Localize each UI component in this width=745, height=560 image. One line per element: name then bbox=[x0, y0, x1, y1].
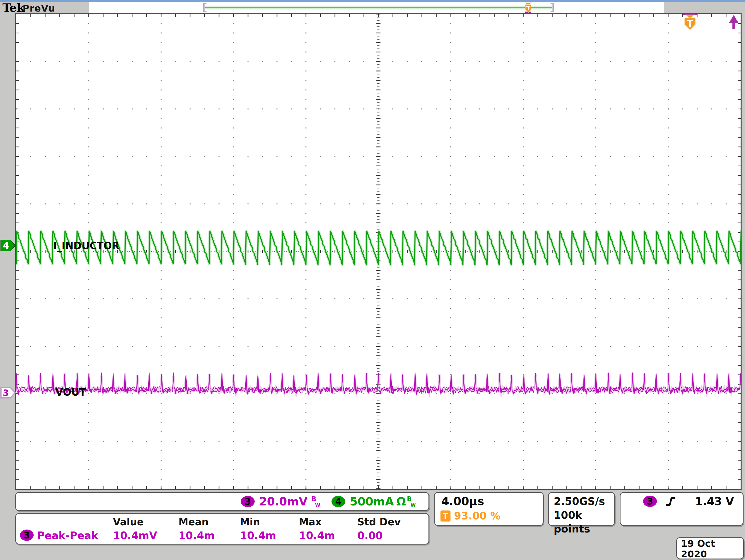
meas-header-max: Max bbox=[299, 516, 322, 528]
meas-row-mean: 10.4m bbox=[179, 530, 215, 541]
channel4-badge: 4 bbox=[331, 496, 345, 507]
graticule bbox=[15, 13, 742, 490]
meas-row-source-badge: 3 bbox=[20, 530, 34, 541]
channel4-bandwidth-icon: BW bbox=[407, 496, 416, 507]
tek-logo: Tek bbox=[2, 2, 25, 13]
trigger-source-badge: 3 bbox=[643, 496, 657, 507]
channel3-badge: 3 bbox=[241, 496, 255, 507]
top-blue-bar bbox=[0, 0, 745, 2]
vout-trace bbox=[16, 373, 741, 394]
record-trigger-position-icon bbox=[523, 2, 533, 13]
trigger-level: 1.43 V bbox=[695, 495, 734, 508]
channel4-reference-marker: 4 bbox=[0, 239, 16, 252]
meas-row-min: 10.4m bbox=[240, 530, 276, 541]
datetime-box: 19 Oct 2020 14:02:57 bbox=[676, 537, 744, 559]
graticule-canvas bbox=[16, 14, 741, 489]
channel3-marker-number: 3 bbox=[3, 388, 9, 398]
channel3-waveform-label: VOUT bbox=[56, 387, 86, 397]
channel3-reference-marker: 3 bbox=[0, 386, 16, 399]
channel4-marker-number: 4 bbox=[3, 241, 9, 251]
acquisition-status: PreVu bbox=[23, 3, 55, 13]
trigger-level-offscreen-arrow-icon bbox=[729, 15, 738, 29]
meas-row-max: 10.4m bbox=[299, 530, 335, 541]
channel4-waveform-label: I_INDUCTOR bbox=[53, 241, 119, 251]
meas-header-value: Value bbox=[113, 516, 144, 528]
record-window-bracket-left bbox=[203, 3, 206, 12]
channel4-coupling-ohm: Ω bbox=[396, 495, 406, 508]
rising-edge-icon bbox=[665, 496, 676, 507]
channel-readout-box: 3 20.0mV BW 4 500mA Ω BW bbox=[15, 492, 429, 511]
channel3-scale: 20.0mV bbox=[259, 495, 307, 508]
record-length: 100k points bbox=[554, 508, 614, 536]
channel3-bandwidth-icon: BW bbox=[311, 496, 320, 507]
measurement-box: Value Mean Min Max Std Dev 3 Peak-Peak 1… bbox=[15, 513, 429, 545]
meas-header-stddev: Std Dev bbox=[357, 516, 401, 528]
acquisition-box: 2.50GS/s 100k points bbox=[548, 492, 615, 526]
sample-rate: 2.50GS/s bbox=[554, 495, 614, 508]
timebase-box: 4.00µs T 93.00 % bbox=[434, 492, 544, 526]
meas-row-stddev: 0.00 bbox=[357, 530, 383, 541]
timebase-scale: 4.00µs bbox=[441, 495, 484, 508]
i-inductor-trace bbox=[16, 231, 741, 265]
trigger-position-percent: 93.00 % bbox=[454, 510, 501, 522]
record-window-bracket-right bbox=[551, 3, 554, 12]
trigger-position-marker-icon bbox=[683, 14, 697, 30]
trigger-box: 3 1.43 V bbox=[620, 492, 744, 526]
meas-row-value: 10.4mV bbox=[113, 530, 157, 541]
channel4-scale: 500mA bbox=[350, 495, 394, 508]
date: 19 Oct 2020 bbox=[681, 538, 743, 560]
meas-row-name: Peak-Peak bbox=[37, 530, 98, 541]
meas-header-min: Min bbox=[240, 516, 260, 528]
meas-header-mean: Mean bbox=[179, 516, 208, 528]
record-view-line bbox=[205, 7, 552, 8]
trigger-position-icon: T bbox=[440, 510, 451, 522]
